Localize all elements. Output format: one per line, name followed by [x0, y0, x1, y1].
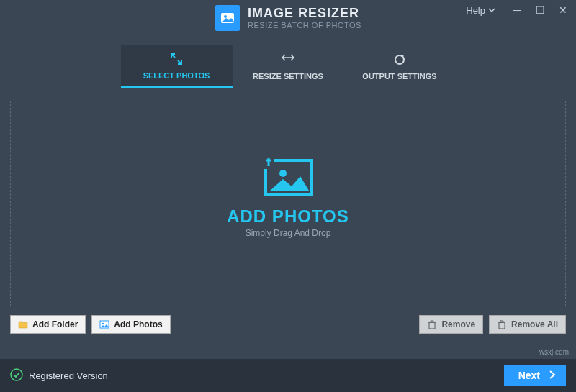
- app-logo-icon: [215, 5, 240, 31]
- chevron-down-icon: [488, 5, 495, 16]
- action-toolbar: Add Folder Add Photos Remove Remove All: [0, 312, 576, 344]
- watermark: wsxj.com: [539, 348, 569, 356]
- button-label: Remove: [441, 319, 475, 329]
- dropzone[interactable]: ADD PHOTOS Simply Drag And Drop: [10, 101, 566, 306]
- footer: Registered Version Next: [0, 359, 576, 392]
- status-label: Registered Version: [29, 370, 108, 381]
- titlebar: IMAGE RESIZER RESIZE BATCH OF PHOTOS Hel…: [0, 0, 576, 36]
- gear-icon: [392, 52, 407, 68]
- remove-button[interactable]: Remove: [419, 315, 483, 334]
- image-icon: [99, 319, 109, 329]
- app-subtitle: RESIZE BATCH OF PHOTOS: [248, 21, 361, 29]
- expand-arrows-icon: [169, 51, 184, 67]
- chevron-right-icon: [549, 370, 556, 381]
- svg-point-6: [11, 369, 22, 380]
- maximize-button[interactable]: ☐: [533, 4, 547, 16]
- help-menu[interactable]: Help: [466, 5, 495, 16]
- trash-icon: [497, 319, 507, 329]
- tab-bar: SELECT PHOTOS RESIZE SETTINGS OUTPUT SET…: [0, 45, 576, 88]
- check-circle-icon: [10, 368, 23, 383]
- next-button[interactable]: Next: [504, 365, 566, 386]
- tab-label: OUTPUT SETTINGS: [362, 72, 436, 81]
- remove-all-button[interactable]: Remove All: [489, 315, 566, 334]
- app-title: IMAGE RESIZER: [248, 6, 361, 21]
- tab-select-photos[interactable]: SELECT PHOTOS: [121, 45, 233, 88]
- registration-status: Registered Version: [10, 368, 108, 383]
- tab-output-settings[interactable]: OUTPUT SETTINGS: [344, 45, 456, 88]
- add-photos-block[interactable]: ADD PHOTOS Simply Drag And Drop: [227, 155, 349, 238]
- dropzone-title: ADD PHOTOS: [227, 206, 349, 227]
- tab-resize-settings[interactable]: RESIZE SETTINGS: [233, 45, 344, 88]
- help-label: Help: [466, 5, 485, 16]
- button-label: Next: [518, 370, 540, 381]
- add-photos-button[interactable]: Add Photos: [91, 315, 170, 334]
- resize-icon: [280, 52, 296, 68]
- tab-label: RESIZE SETTINGS: [253, 72, 323, 81]
- add-folder-button[interactable]: Add Folder: [10, 315, 86, 334]
- minimize-button[interactable]: ─: [510, 4, 524, 16]
- window-controls: Help ─ ☐ ✕: [466, 4, 570, 16]
- folder-icon: [18, 319, 28, 329]
- svg-point-5: [102, 323, 104, 324]
- tab-label: SELECT PHOTOS: [143, 71, 210, 80]
- button-label: Remove All: [511, 319, 558, 329]
- button-label: Add Photos: [114, 319, 162, 329]
- add-image-icon: [227, 155, 349, 201]
- close-button[interactable]: ✕: [556, 4, 570, 16]
- svg-point-1: [224, 15, 227, 18]
- button-label: Add Folder: [32, 319, 78, 329]
- dropzone-subtitle: Simply Drag And Drop: [227, 228, 349, 238]
- svg-point-3: [279, 170, 287, 177]
- app-logo-area: IMAGE RESIZER RESIZE BATCH OF PHOTOS: [215, 5, 361, 31]
- trash-icon: [427, 319, 437, 329]
